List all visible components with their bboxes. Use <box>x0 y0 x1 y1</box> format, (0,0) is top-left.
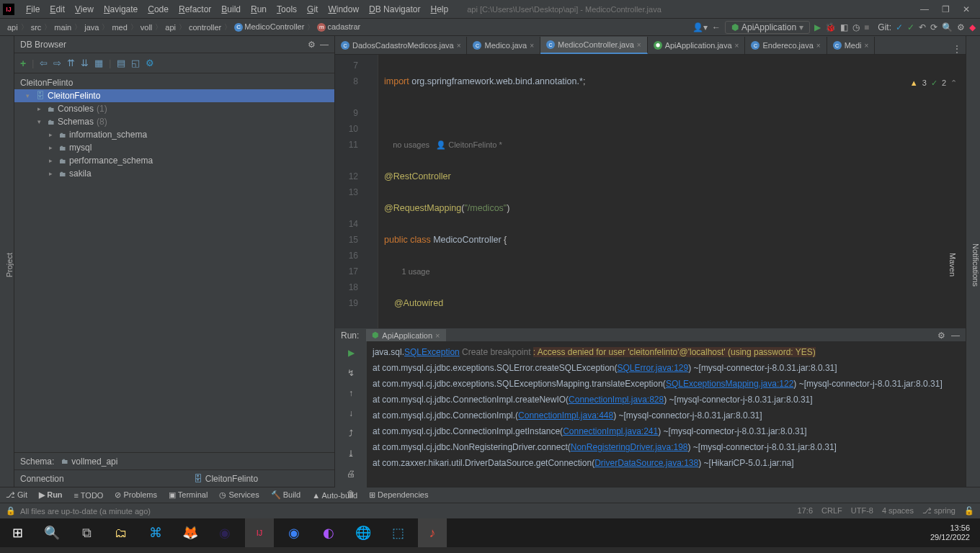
db-collapse-icon[interactable]: ⇈ <box>67 58 75 68</box>
db-settings-icon[interactable]: ⚙ <box>308 40 316 50</box>
crumb-api[interactable]: api <box>4 23 21 32</box>
git-update-icon[interactable]: ✓ <box>896 22 903 32</box>
wrap-icon[interactable]: ⤴ <box>344 426 358 441</box>
run-hide-icon[interactable]: — <box>951 331 960 341</box>
taskbar-clock[interactable]: 13:56 <box>930 523 970 533</box>
minimize-button[interactable]: — <box>920 4 929 14</box>
crumb-med[interactable]: med <box>109 23 130 32</box>
crumb-api[interactable]: api <box>162 23 179 32</box>
toolwin-run[interactable]: ▶ Run <box>39 490 62 500</box>
menu-window[interactable]: Window <box>324 3 363 16</box>
crumb-src[interactable]: src <box>28 23 45 32</box>
db-nav-back-icon[interactable]: ⇦ <box>40 58 48 68</box>
task-view-icon[interactable]: ⧉ <box>72 518 101 547</box>
tab-medi[interactable]: CMedi× <box>827 37 876 54</box>
settings-icon[interactable]: ⚙ <box>957 22 965 32</box>
toolwin-todo[interactable]: ≡ TODO <box>74 491 104 500</box>
menu-navigate[interactable]: Navigate <box>99 3 142 16</box>
back-arrow-icon[interactable]: ← <box>712 22 721 32</box>
intellij-icon[interactable]: IJ <box>245 518 274 547</box>
app4-icon[interactable]: ♪ <box>418 518 447 547</box>
app3-icon[interactable]: ⬚ <box>383 518 412 547</box>
schema-mysql[interactable]: ▸🖿mysql <box>14 141 334 154</box>
schema-sakila[interactable]: ▸🖿sakila <box>14 167 334 180</box>
search-icon[interactable]: 🔍 <box>942 22 953 32</box>
connection-value[interactable]: CleitonFelinto <box>205 474 258 484</box>
run-button[interactable]: ▶ <box>814 22 821 32</box>
run-config-select[interactable]: ⬢ ApiApplication ▾ <box>725 21 810 34</box>
tree-connection-item[interactable]: ▾🗄 CleitonFelinto <box>14 89 334 102</box>
git-history-icon[interactable]: ↶ <box>919 22 926 32</box>
tree-consoles[interactable]: ▸🖿 Consoles (1) <box>14 102 334 115</box>
menu-edit[interactable]: Edit <box>45 3 69 16</box>
menu-build[interactable]: Build <box>217 3 245 16</box>
debug-button[interactable]: 🐞 <box>825 22 836 32</box>
menu-file[interactable]: File <box>22 3 44 16</box>
up-stack-icon[interactable]: ↑ <box>344 386 358 400</box>
caret-position[interactable]: 17:6 <box>798 506 813 516</box>
schema-performance_schema[interactable]: ▸🖿performance_schema <box>14 154 334 167</box>
app2-icon[interactable]: ◐ <box>314 518 343 547</box>
warning-count[interactable]: 3 <box>922 75 927 91</box>
user-icon[interactable]: 👤▾ <box>692 22 708 32</box>
chrome-icon[interactable]: 🌐 <box>349 518 378 547</box>
explorer-icon[interactable]: 🗂 <box>107 518 135 547</box>
schema-information_schema[interactable]: ▸🖿information_schema <box>14 128 334 141</box>
db-options-icon[interactable]: ⚙ <box>146 58 154 68</box>
taskbar-date[interactable]: 29/12/2022 <box>930 533 970 542</box>
toolwin-problems[interactable]: ⊘ Problems <box>115 490 157 500</box>
toolwin-terminal[interactable]: ▣ Terminal <box>169 490 208 500</box>
windows-start-icon[interactable]: ⊞ <box>3 518 32 547</box>
print-icon[interactable]: 🖨 <box>344 467 358 481</box>
db-hide-icon[interactable]: — <box>320 40 329 50</box>
scroll-end-icon[interactable]: ⤓ <box>344 446 358 461</box>
rerun-button[interactable]: ▶ <box>344 346 358 360</box>
crumb-controller[interactable]: controller <box>186 23 224 32</box>
tab-dadoscadastromedicos[interactable]: CDadosCadastroMedicos.java× <box>335 37 467 54</box>
db-object-icon[interactable]: ▦ <box>94 58 103 68</box>
schema-value[interactable]: vollmed_api <box>71 457 117 467</box>
stop-run-button[interactable]: ↯ <box>344 366 358 380</box>
crumb-main[interactable]: main <box>51 23 74 32</box>
code-editor[interactable]: import org.springframework.web.bind.anno… <box>378 55 966 328</box>
git-commit-icon[interactable]: ✓ <box>907 22 914 32</box>
tab-medicocontroller[interactable]: CMedicoController.java× <box>540 37 648 54</box>
tree-connection-root[interactable]: CleitonFelinto <box>14 76 334 89</box>
crumb-medicocontroller[interactable]: CMedicoController <box>231 22 307 32</box>
menu-refactor[interactable]: Refactor <box>174 3 215 16</box>
menu-git[interactable]: Git <box>303 3 322 16</box>
maximize-button[interactable]: ❐ <box>942 4 950 14</box>
menu-run[interactable]: Run <box>246 3 271 16</box>
lock-icon[interactable]: 🔓 <box>964 506 974 516</box>
breadcrumb[interactable]: api〉src〉main〉java〉med〉voll〉api〉controlle… <box>4 22 363 32</box>
crumb-java[interactable]: java <box>81 23 102 32</box>
tab-medico[interactable]: CMedico.java× <box>467 37 540 54</box>
console-output[interactable]: java.sql.SQLException Create breakpoint … <box>367 341 966 501</box>
db-expand-icon[interactable]: ⇊ <box>81 58 89 68</box>
app1-icon[interactable]: ◉ <box>280 518 308 547</box>
ok-count[interactable]: 2 <box>942 75 946 91</box>
file-encoding[interactable]: UTF-8 <box>851 506 873 516</box>
jetbrains-icon[interactable]: ◆ <box>969 22 976 32</box>
eclipse-icon[interactable]: ◉ <box>210 518 239 547</box>
db-nav-fwd-icon[interactable]: ⇨ <box>53 58 61 68</box>
tool-notifications[interactable]: Notifications <box>971 243 980 287</box>
toolwin-git[interactable]: ⎇ Git <box>6 490 27 500</box>
db-refresh-icon[interactable]: ◱ <box>131 58 140 68</box>
git-rollback-icon[interactable]: ⟳ <box>930 22 937 32</box>
down-stack-icon[interactable]: ↓ <box>344 406 358 421</box>
toolwin-services[interactable]: ◷ Services <box>219 490 259 500</box>
tab-dropdown-icon[interactable]: ⋮ <box>948 44 966 54</box>
crumb-cadastrar[interactable]: mcadastrar <box>314 22 363 32</box>
tab-apiapplication[interactable]: ⬢ApiApplication.java× <box>648 37 746 54</box>
profile-button[interactable]: ◷ <box>852 22 860 32</box>
close-button[interactable]: ✕ <box>963 4 970 14</box>
indent-info[interactable]: 4 spaces <box>882 506 914 516</box>
git-branch[interactable]: ⎇ spring <box>922 506 956 516</box>
menu-view[interactable]: View <box>71 3 98 16</box>
toolwin-build[interactable]: 🔨 Build <box>271 490 301 500</box>
stop-button[interactable]: ■ <box>864 22 869 32</box>
coverage-button[interactable]: ◧ <box>840 22 848 32</box>
vscode-icon[interactable]: ⌘ <box>141 518 170 547</box>
firefox-icon[interactable]: 🦊 <box>176 518 205 547</box>
